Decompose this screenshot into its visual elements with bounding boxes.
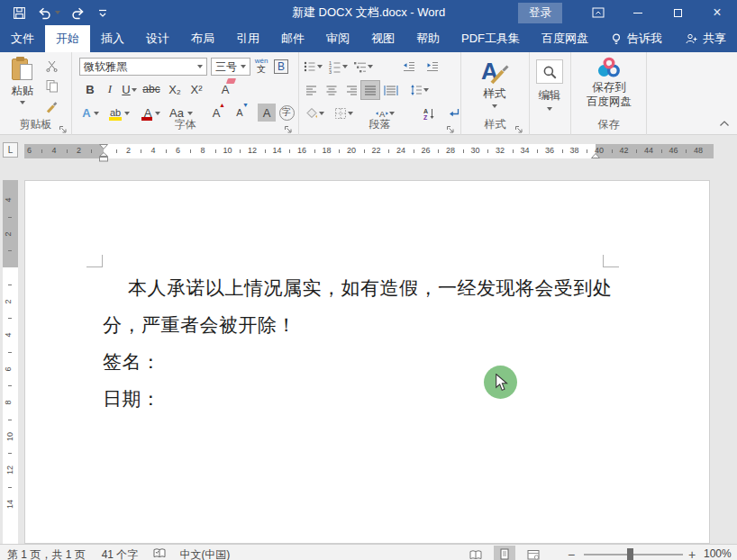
tab-告诉我[interactable]: 告诉我: [599, 25, 673, 52]
zoom-out-icon[interactable]: −: [568, 547, 575, 560]
title-bar: 新建 DOCX 文档.docx - Word 登录 ×: [0, 0, 737, 25]
tab-帮助[interactable]: 帮助: [405, 25, 450, 52]
justify-button[interactable]: [361, 81, 379, 99]
tab-百度网盘[interactable]: 百度网盘: [531, 25, 599, 52]
ribbon-display-options-icon[interactable]: [578, 0, 618, 25]
font-size-combo[interactable]: 三号: [211, 58, 250, 76]
underline-dropdown-icon[interactable]: [132, 88, 137, 92]
save-icon[interactable]: [11, 5, 27, 21]
font-color-dropdown-icon[interactable]: [155, 112, 160, 115]
align-center-button[interactable]: [323, 81, 341, 99]
ruler-number: 10: [5, 431, 14, 440]
tab-审阅[interactable]: 审阅: [315, 25, 360, 52]
font-dialog-launcher-icon[interactable]: [284, 122, 295, 132]
zoom-level[interactable]: 100%: [704, 547, 732, 560]
phonetic-guide-button[interactable]: wén文: [252, 57, 270, 75]
tab-引用[interactable]: 引用: [225, 25, 270, 52]
ruler-number: 4: [4, 197, 13, 202]
ruler-tick: [364, 149, 365, 153]
increase-indent-button[interactable]: [423, 58, 441, 76]
login-button[interactable]: 登录: [518, 3, 562, 23]
multilevel-list-button[interactable]: [353, 58, 373, 76]
tab-设计[interactable]: 设计: [135, 25, 180, 52]
character-border-button[interactable]: B: [272, 58, 290, 76]
styles-button[interactable]: A 样式: [479, 58, 510, 108]
minimize-button[interactable]: [618, 0, 658, 25]
numbering-button[interactable]: 123: [328, 58, 348, 76]
decrease-indent-button[interactable]: [400, 58, 418, 76]
print-layout-icon[interactable]: [494, 546, 515, 560]
align-right-button[interactable]: [342, 81, 360, 99]
clipboard-dialog-launcher-icon[interactable]: [59, 122, 69, 132]
svg-text:3: 3: [329, 69, 332, 74]
ruler-number: 20: [347, 146, 356, 155]
maximize-button[interactable]: [658, 0, 697, 25]
ruler-tick: [661, 149, 662, 153]
ruler-number: 44: [644, 146, 653, 155]
clear-formatting-button[interactable]: A: [216, 80, 234, 98]
tab-label: 设计: [146, 31, 169, 47]
styles-dialog-launcher-icon[interactable]: [514, 122, 525, 132]
ruler-tick: [463, 149, 464, 153]
format-painter-icon[interactable]: [43, 99, 61, 115]
document-page[interactable]: 本人承诺以上情况属实，如有造假，一经发现将会受到处 分，严重者会被开除！ 签名：…: [24, 180, 710, 544]
subscript-button[interactable]: X₂: [166, 80, 184, 98]
collapse-ribbon-icon[interactable]: [719, 114, 730, 131]
first-line-indent-marker[interactable]: [99, 144, 108, 149]
cut-icon[interactable]: [43, 58, 61, 74]
tab-selector[interactable]: L: [3, 142, 18, 158]
language-indicator[interactable]: 中文(中国): [179, 547, 230, 560]
web-layout-icon[interactable]: [523, 546, 544, 560]
tab-视图[interactable]: 视图: [360, 25, 405, 52]
bullets-button[interactable]: [303, 58, 323, 76]
line-spacing-button[interactable]: [409, 81, 429, 99]
read-mode-icon[interactable]: [465, 546, 487, 560]
tab-开始[interactable]: 开始: [45, 25, 90, 52]
save-to-baidu-button[interactable]: 保存到百度网盘: [580, 57, 638, 109]
ruler-number: 28: [446, 146, 455, 155]
paragraph-dialog-launcher-icon[interactable]: [446, 122, 457, 132]
change-case-dropdown-icon[interactable]: [187, 112, 193, 115]
quick-access-toolbar: [0, 5, 111, 21]
italic-button[interactable]: I: [101, 80, 119, 98]
font-name-combo[interactable]: 微软雅黑: [79, 58, 207, 76]
zoom-slider-thumb[interactable]: [627, 548, 633, 560]
word-count[interactable]: 41 个字: [102, 547, 139, 560]
mouse-cursor-icon: [495, 374, 509, 395]
ruler-number: 32: [496, 146, 505, 155]
tab-插入[interactable]: 插入: [90, 25, 135, 52]
undo-dropdown-icon[interactable]: [55, 11, 60, 14]
copy-icon[interactable]: [43, 78, 61, 95]
align-left-button[interactable]: [303, 81, 321, 99]
superscript-button[interactable]: X²: [187, 80, 205, 98]
proofing-icon[interactable]: [152, 546, 167, 560]
editing-button[interactable]: 编辑: [536, 59, 563, 111]
undo-icon[interactable]: [36, 5, 52, 21]
ruler-number: 40: [595, 146, 604, 155]
ruler-tick: [240, 149, 241, 153]
tab-文件[interactable]: 文件: [0, 25, 45, 52]
highlight-dropdown-icon[interactable]: [124, 112, 130, 115]
close-button[interactable]: ×: [697, 0, 737, 25]
tab-PDF工具集[interactable]: PDF工具集: [450, 25, 531, 52]
strikethrough-button[interactable]: abc: [142, 80, 160, 98]
tab-布局[interactable]: 布局: [180, 25, 225, 52]
redo-icon[interactable]: [69, 5, 86, 21]
bold-button[interactable]: B: [81, 80, 99, 98]
tab-邮件[interactable]: 邮件: [270, 25, 315, 52]
page-indicator[interactable]: 第 1 页，共 1 页: [7, 547, 86, 560]
hanging-indent-marker[interactable]: [99, 152, 108, 162]
horizontal-ruler[interactable]: 6422468101214161820222426283032343638404…: [24, 144, 714, 158]
ruler-tick: [8, 352, 12, 353]
ruler-number: 22: [371, 146, 380, 155]
ruler-number: 10: [223, 146, 232, 155]
document-text[interactable]: 本人承诺以上情况属实，如有造假，一经发现将会受到处 分，严重者会被开除！ 签名：…: [103, 269, 613, 417]
text-effects-dropdown-icon[interactable]: [94, 112, 99, 115]
paste-button[interactable]: 粘贴: [6, 57, 39, 122]
zoom-slider[interactable]: [584, 554, 683, 555]
customize-qat-icon[interactable]: [95, 5, 111, 21]
distribute-button[interactable]: [382, 81, 400, 99]
tab-共享[interactable]: 共享: [674, 25, 737, 52]
vertical-ruler[interactable]: 422468101214: [3, 180, 18, 544]
zoom-in-icon[interactable]: +: [688, 547, 696, 560]
